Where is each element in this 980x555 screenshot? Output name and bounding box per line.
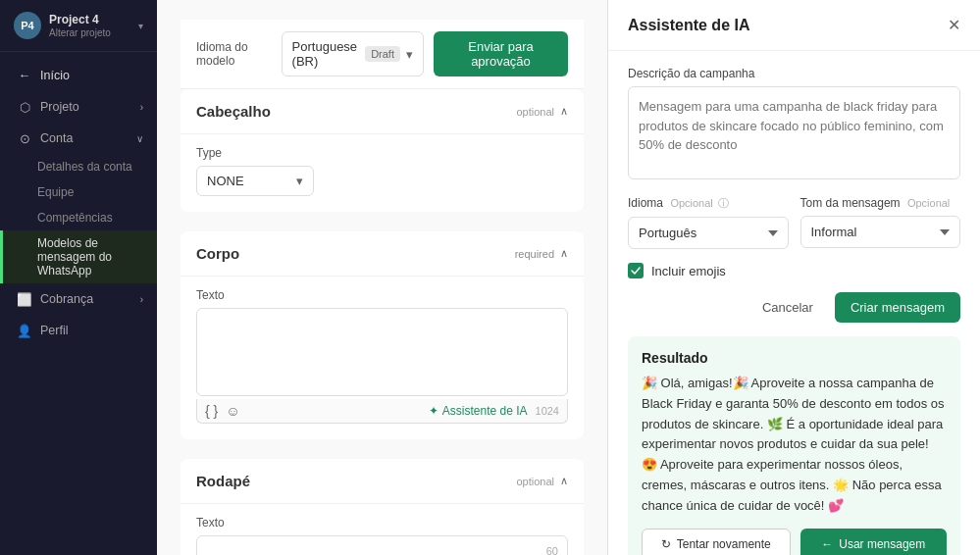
footer-input[interactable] xyxy=(196,535,568,555)
idioma-select[interactable]: Portuguese (BR) Draft ▾ xyxy=(282,31,424,76)
tom-field-label: Tom da mensagem Opcional xyxy=(800,196,961,210)
message-textarea[interactable] xyxy=(196,308,568,396)
project-info: Project 4 Alterar projeto xyxy=(49,13,111,37)
required-label: required xyxy=(515,248,554,260)
project-avatar: P4 xyxy=(14,12,41,39)
sidebar-item-perfil[interactable]: 👤 Perfil xyxy=(0,315,157,346)
idioma-field: Idioma Opcional ⓘ Português xyxy=(628,196,789,249)
sidebar-sub-detalhes[interactable]: Detalhes da conta xyxy=(0,154,157,179)
chevron-down-icon: ∨ xyxy=(136,133,143,144)
rodape-body: Texto 60 xyxy=(181,504,584,555)
optional-label: optional xyxy=(516,106,554,118)
idioma-value: Portuguese (BR) xyxy=(292,39,358,69)
chevron-down-icon: ▾ xyxy=(138,21,143,31)
sidebar-item-cobranca[interactable]: ⬜ Cobrança › xyxy=(0,283,157,315)
texto-label: Texto xyxy=(196,288,568,302)
ai-assist-label: Assistente de IA xyxy=(442,404,528,418)
corpo-body: Texto { } ☺ ✦ Assistente de IA 1024 xyxy=(181,277,584,439)
sidebar-item-projeto[interactable]: ⬡ Projeto › xyxy=(0,91,157,123)
arrow-icon: ← xyxy=(821,537,833,551)
approve-button[interactable]: Enviar para aprovação xyxy=(434,31,568,76)
campaign-textarea[interactable] xyxy=(628,86,960,179)
sidebar-item-inicio[interactable]: ← Início xyxy=(0,60,157,91)
sidebar-nav: ← Início ⬡ Projeto › ⊙ Conta ∨ Detalhes … xyxy=(0,52,157,555)
rodape-badge: optional ∧ xyxy=(516,475,568,487)
sidebar-sub-competencias[interactable]: Competências xyxy=(0,205,157,230)
refresh-icon: ↻ xyxy=(661,537,671,551)
campaign-field: Descrição da campanha xyxy=(628,67,960,182)
cabecalho-title: Cabeçalho xyxy=(196,103,271,120)
idioma-field-label: Idioma Opcional ⓘ xyxy=(628,196,789,211)
optional-tag: Opcional xyxy=(907,197,950,209)
ai-panel: Assistente de IA ✕ Descrição da campanha… xyxy=(607,0,980,555)
billing-icon: ⬜ xyxy=(17,291,32,307)
type-select[interactable]: NONE ▾ xyxy=(196,166,314,196)
tom-dropdown[interactable]: Informal xyxy=(800,216,961,248)
retry-button[interactable]: ↻ Tentar novamente xyxy=(642,529,791,555)
collapse-icon[interactable]: ∧ xyxy=(560,475,568,487)
idioma-bar: Idioma do modelo Portuguese (BR) Draft ▾… xyxy=(181,20,584,89)
chevron-right-icon: › xyxy=(140,294,143,305)
draft-badge: Draft xyxy=(365,46,400,62)
panel-header: Assistente de IA ✕ xyxy=(608,0,980,51)
emojis-row: Incluir emojis xyxy=(628,263,960,278)
ai-icon: ✦ xyxy=(429,404,438,418)
cabecalho-header: Cabeçalho optional ∧ xyxy=(181,89,584,134)
corpo-badge: required ∧ xyxy=(515,247,568,260)
project-icon: ⬡ xyxy=(17,99,32,115)
rodape-title: Rodapé xyxy=(196,473,250,489)
cabecalho-badge: optional ∧ xyxy=(516,105,568,118)
main-content: Idioma do modelo Portuguese (BR) Draft ▾… xyxy=(157,0,607,555)
emojis-label: Incluir emojis xyxy=(651,264,726,278)
textarea-toolbar: { } ☺ ✦ Assistente de IA 1024 xyxy=(196,399,568,424)
chevron-right-icon: › xyxy=(140,102,143,113)
sidebar: P4 Project 4 Alterar projeto ▾ ← Início … xyxy=(0,0,157,555)
cabecalho-section: Cabeçalho optional ∧ Type NONE ▾ xyxy=(181,89,584,212)
cancel-button[interactable]: Cancelar xyxy=(750,292,825,323)
action-row: Cancelar Criar mensagem xyxy=(628,292,960,323)
chevron-down-icon: ▾ xyxy=(296,174,303,188)
result-title: Resultado xyxy=(642,350,947,366)
panel-body: Descrição da campanha Idioma Opcional ⓘ … xyxy=(608,51,980,555)
collapse-icon[interactable]: ∧ xyxy=(560,247,568,260)
rodape-section: Rodapé optional ∧ Texto 60 xyxy=(181,459,584,555)
type-value: NONE xyxy=(207,174,244,188)
sidebar-item-label: Conta xyxy=(40,131,73,145)
sidebar-item-label: Início xyxy=(40,69,70,82)
sidebar-sub-modelos[interactable]: Modelos de mensagem do WhatsApp xyxy=(0,230,157,283)
cabecalho-body: Type NONE ▾ xyxy=(181,134,584,212)
emojis-checkbox[interactable] xyxy=(628,263,644,278)
code-icon[interactable]: { } xyxy=(205,403,218,419)
panel-title: Assistente de IA xyxy=(628,17,749,34)
info-icon: ⓘ xyxy=(718,197,729,209)
sidebar-sub-equipe[interactable]: Equipe xyxy=(0,179,157,205)
result-actions: ↻ Tentar novamente ← Usar mensagem xyxy=(642,529,947,555)
corpo-title: Corpo xyxy=(196,245,239,262)
message-wrap: { } ☺ ✦ Assistente de IA 1024 xyxy=(196,308,568,424)
collapse-icon[interactable]: ∧ xyxy=(560,105,568,118)
project-header[interactable]: P4 Project 4 Alterar projeto ▾ xyxy=(0,0,157,52)
tom-field: Tom da mensagem Opcional Informal xyxy=(800,196,961,249)
account-icon: ⊙ xyxy=(17,130,32,146)
texto-label: Texto xyxy=(196,516,568,530)
home-icon: ← xyxy=(17,68,32,83)
project-sub: Alterar projeto xyxy=(49,27,111,38)
ai-assist-button[interactable]: ✦ Assistente de IA xyxy=(429,404,528,418)
rodape-header: Rodapé optional ∧ xyxy=(181,459,584,504)
optional-label: optional xyxy=(516,476,554,487)
use-message-button[interactable]: ← Usar mensagem xyxy=(800,529,948,555)
footer-char-count: 60 xyxy=(546,545,558,556)
close-button[interactable]: ✕ xyxy=(948,16,960,34)
create-message-button[interactable]: Criar mensagem xyxy=(835,292,960,323)
campaign-label: Descrição da campanha xyxy=(628,67,960,80)
optional-tag: Opcional xyxy=(670,197,712,209)
lang-tone-row: Idioma Opcional ⓘ Português Tom da mensa… xyxy=(628,196,960,263)
project-name: Project 4 xyxy=(49,13,111,26)
sidebar-item-conta[interactable]: ⊙ Conta ∨ xyxy=(0,123,157,154)
chevron-down-icon: ▾ xyxy=(406,47,413,62)
idioma-dropdown[interactable]: Português xyxy=(628,217,789,249)
corpo-header: Corpo required ∧ xyxy=(181,231,584,277)
idioma-label: Idioma do modelo xyxy=(196,40,272,68)
sidebar-item-label: Cobrança xyxy=(40,292,93,306)
emoji-icon[interactable]: ☺ xyxy=(226,403,239,419)
